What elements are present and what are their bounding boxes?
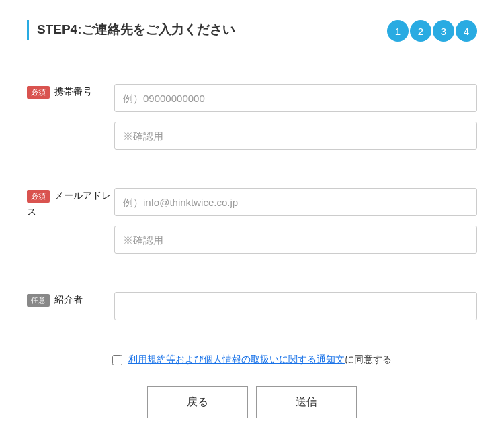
required-badge: 必須 (27, 86, 50, 99)
required-badge: 必須 (27, 190, 50, 203)
phone-row: 必須携帯番号 (27, 65, 477, 169)
referrer-label-col: 任意紹介者 (27, 292, 114, 308)
email-label-col: 必須メールアドレス (27, 188, 114, 220)
consent-checkbox[interactable] (112, 355, 122, 365)
button-row: 戻る 送信 (27, 374, 477, 418)
phone-input-col (114, 84, 477, 150)
back-button[interactable]: 戻る (147, 386, 248, 418)
email-row: 必須メールアドレス (27, 169, 477, 273)
phone-label-col: 必須携帯番号 (27, 84, 114, 100)
form-header: STEP4:ご連絡先をご入力ください 1 2 3 4 (27, 20, 477, 42)
consent-link[interactable]: 利用規約等および個人情報の取扱いに関する通知文 (128, 354, 345, 365)
email-input-col (114, 188, 477, 254)
step-circle-4: 4 (456, 20, 477, 42)
email-confirm-input[interactable] (114, 226, 477, 254)
step-circle-2: 2 (410, 20, 431, 42)
step-title: STEP4:ご連絡先をご入力ください (37, 20, 235, 40)
step-circle-1: 1 (387, 20, 409, 42)
referrer-input-col (114, 292, 477, 320)
phone-label: 携帯番号 (54, 86, 92, 97)
optional-badge: 任意 (27, 294, 50, 307)
title-wrapper: STEP4:ご連絡先をご入力ください (27, 20, 235, 40)
referrer-label: 紹介者 (54, 294, 83, 305)
email-input[interactable] (114, 188, 477, 216)
step-indicator: 1 2 3 4 (387, 20, 477, 42)
referrer-row: 任意紹介者 (27, 273, 477, 339)
step-circle-3: 3 (433, 20, 454, 42)
consent-suffix: に同意する (345, 354, 392, 365)
submit-button[interactable]: 送信 (256, 386, 357, 418)
referrer-input[interactable] (114, 292, 477, 320)
phone-input[interactable] (114, 84, 477, 112)
consent-row: 利用規約等および個人情報の取扱いに関する通知文に同意する (27, 339, 477, 374)
phone-confirm-input[interactable] (114, 122, 477, 150)
